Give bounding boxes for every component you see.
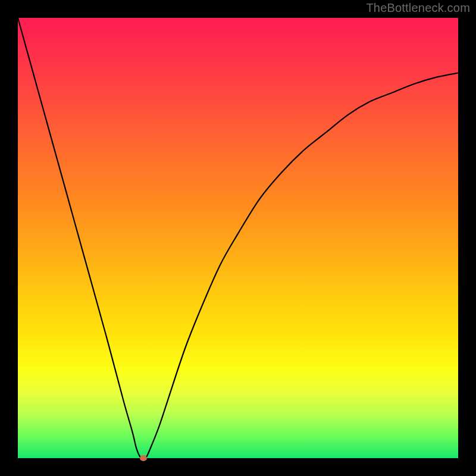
bottleneck-curve [18,18,458,458]
plot-area [18,18,458,458]
watermark-text: TheBottleneck.com [366,1,470,15]
optimum-marker [140,455,147,461]
chart-frame: TheBottleneck.com [0,0,476,476]
